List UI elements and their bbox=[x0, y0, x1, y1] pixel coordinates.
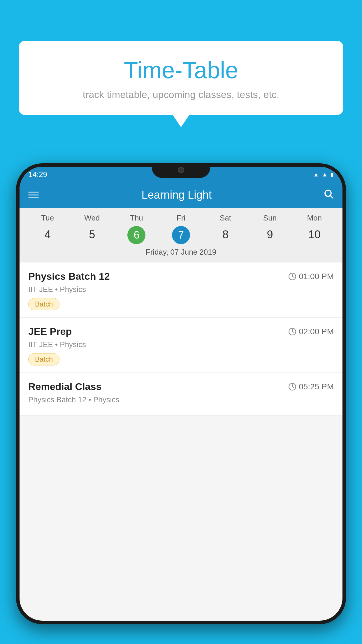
class-meta: IIT JEE • Physics bbox=[28, 340, 334, 349]
class-time-label: 05:25 PM bbox=[299, 382, 334, 391]
batch-tag: Batch bbox=[28, 353, 59, 365]
day-header-sat: Sat bbox=[203, 214, 248, 223]
day-header-wed: Wed bbox=[70, 214, 115, 223]
class-name: JEE Prep bbox=[28, 326, 72, 337]
day-4[interactable]: 4 bbox=[25, 226, 70, 244]
day-5[interactable]: 5 bbox=[70, 226, 115, 244]
svg-line-1 bbox=[331, 195, 333, 198]
class-item-physics-batch-12[interactable]: Physics Batch 12 01:00 PM IIT JEE • Phys… bbox=[20, 262, 342, 318]
battery-icon: ▮ bbox=[331, 171, 334, 178]
phone-camera bbox=[178, 167, 184, 173]
day-numbers: 4 5 6 7 8 9 10 bbox=[25, 226, 337, 244]
day-8[interactable]: 8 bbox=[203, 226, 248, 244]
selected-date-label: Friday, 07 June 2019 bbox=[25, 248, 337, 260]
class-item-jee-prep[interactable]: JEE Prep 02:00 PM IIT JEE • Physics Batc… bbox=[20, 318, 342, 373]
day-header-thu: Thu bbox=[114, 214, 159, 223]
class-list: Physics Batch 12 01:00 PM IIT JEE • Phys… bbox=[20, 262, 342, 416]
class-item-header: Physics Batch 12 01:00 PM bbox=[28, 271, 334, 282]
class-meta: Physics Batch 12 • Physics bbox=[28, 395, 334, 404]
phone-screen: 14:29 ▲ ▲ ▮ Learning Light bbox=[20, 167, 342, 621]
class-time: 02:00 PM bbox=[288, 327, 334, 336]
class-meta: IIT JEE • Physics bbox=[28, 285, 334, 294]
phone-notch bbox=[152, 163, 210, 178]
wifi-icon: ▲ bbox=[313, 171, 319, 178]
app-title: Learning Light bbox=[39, 189, 314, 201]
class-name: Remedial Class bbox=[28, 381, 101, 392]
class-item-remedial-class[interactable]: Remedial Class 05:25 PM Physics Batch 12… bbox=[20, 373, 342, 416]
status-time: 14:29 bbox=[28, 170, 47, 179]
speech-bubble-title: Time-Table bbox=[36, 57, 326, 84]
calendar-section: Tue Wed Thu Fri Sat Sun Mon 4 5 6 7 8 9 … bbox=[20, 208, 342, 262]
hamburger-menu-button[interactable] bbox=[28, 192, 39, 198]
speech-bubble: Time-Table track timetable, upcoming cla… bbox=[19, 41, 343, 115]
class-time-label: 01:00 PM bbox=[299, 272, 334, 281]
speech-bubble-subtitle: track timetable, upcoming classes, tests… bbox=[36, 89, 326, 100]
class-item-header: Remedial Class 05:25 PM bbox=[28, 381, 334, 392]
day-header-sun: Sun bbox=[248, 214, 292, 223]
class-time: 01:00 PM bbox=[288, 272, 334, 281]
day-6-today[interactable]: 6 bbox=[127, 226, 145, 244]
day-10[interactable]: 10 bbox=[292, 226, 337, 244]
status-icons: ▲ ▲ ▮ bbox=[313, 171, 334, 178]
search-button[interactable] bbox=[323, 188, 334, 202]
speech-bubble-container: Time-Table track timetable, upcoming cla… bbox=[19, 41, 343, 115]
day-9[interactable]: 9 bbox=[248, 226, 292, 244]
signal-icon: ▲ bbox=[322, 171, 328, 178]
class-name: Physics Batch 12 bbox=[28, 271, 110, 282]
day-headers: Tue Wed Thu Fri Sat Sun Mon bbox=[25, 214, 337, 223]
phone-frame: 14:29 ▲ ▲ ▮ Learning Light bbox=[16, 163, 346, 624]
day-header-tue: Tue bbox=[25, 214, 70, 223]
day-header-mon: Mon bbox=[292, 214, 337, 223]
phone-wrapper: 14:29 ▲ ▲ ▮ Learning Light bbox=[16, 163, 346, 644]
app-bar: Learning Light bbox=[20, 182, 342, 208]
day-header-fri: Fri bbox=[159, 214, 203, 223]
class-time: 05:25 PM bbox=[288, 382, 334, 391]
day-7-selected[interactable]: 7 bbox=[172, 226, 190, 244]
class-item-header: JEE Prep 02:00 PM bbox=[28, 326, 334, 337]
class-time-label: 02:00 PM bbox=[299, 327, 334, 336]
batch-tag: Batch bbox=[28, 298, 59, 310]
